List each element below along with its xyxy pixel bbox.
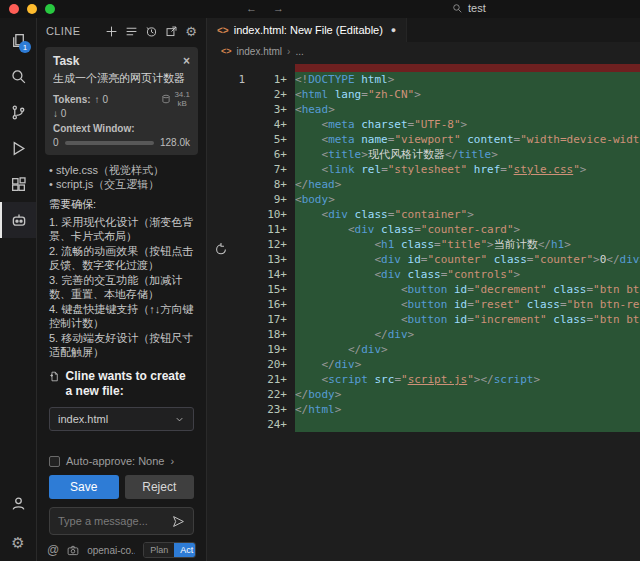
activitybar-run-debug[interactable] xyxy=(0,130,36,166)
extensions-icon xyxy=(10,176,27,193)
run-debug-icon xyxy=(10,140,27,157)
tab-index-html[interactable]: <> index.html: New File (Editable) ● xyxy=(207,18,407,42)
code-line: 11+ <div class="counter-card"> xyxy=(207,222,640,237)
code-lines: 11+<!DOCTYPE html>2+<html lang="zh-CN">3… xyxy=(207,72,640,432)
requirement-item: 2. 流畅的动画效果（按钮点击反馈、数字变化过渡） xyxy=(49,244,194,272)
file-select-value: index.html xyxy=(58,413,108,425)
sidebar-header: CLINE ⚙ xyxy=(37,18,206,44)
code-line: 2+<html lang="zh-CN"> xyxy=(207,87,640,102)
tokens-label: Tokens: xyxy=(53,94,91,105)
auto-approve-chevron-icon: › xyxy=(170,455,174,467)
task-card-title: Task xyxy=(53,54,79,68)
code-line: 6+ <title>现代风格计数器</title> xyxy=(207,147,640,162)
tokens-up: ↑ 0 xyxy=(95,94,108,105)
code-line: 11+<!DOCTYPE html> xyxy=(207,72,640,87)
minimize-window-button[interactable] xyxy=(27,4,37,14)
plan-mode-button[interactable]: Plan xyxy=(144,543,174,557)
breadcrumb-file[interactable]: index.html xyxy=(237,46,283,57)
window-title-text: test xyxy=(468,2,486,14)
breadcrumb-separator: › xyxy=(287,46,290,57)
code-line: 16+ <button id="reset" class="btn btn-re… xyxy=(207,297,640,312)
sidebar-title: CLINE xyxy=(46,25,80,37)
breadcrumb-symbol[interactable]: ... xyxy=(295,46,303,57)
auto-approve-label: Auto-approve: None xyxy=(66,455,164,467)
code-line: 3+<head> xyxy=(207,102,640,117)
search-icon xyxy=(452,3,463,14)
code-line: 21+ <script src="script.js"></script> xyxy=(207,372,640,387)
cache-value: 34.1 xyxy=(174,90,190,99)
context-used: 0 xyxy=(53,137,59,148)
open-in-editor-icon[interactable] xyxy=(165,25,178,38)
activitybar-cline[interactable] xyxy=(0,202,36,238)
requirement-item: 3. 完善的交互功能（加减计数、重置、本地存储） xyxy=(49,273,194,301)
close-window-button[interactable] xyxy=(9,4,19,14)
code-line: 13+ <div id="counter" class="counter">0<… xyxy=(207,252,640,267)
new-file-icon xyxy=(49,369,60,384)
history-icon[interactable] xyxy=(145,25,158,38)
code-line: 15+ <button id="decrement" class="btn bt… xyxy=(207,282,640,297)
save-button[interactable]: Save xyxy=(49,475,119,499)
code-line: 14+ <div class="controls"> xyxy=(207,267,640,282)
vscode-window: ← → test 1 xyxy=(0,0,640,561)
activitybar-extensions[interactable] xyxy=(0,166,36,202)
diff-removed-strip xyxy=(295,64,640,72)
account-icon xyxy=(10,495,27,512)
auto-approve-checkbox[interactable] xyxy=(49,456,60,467)
code-line: 8+</head> xyxy=(207,177,640,192)
code-line: 20+ </div> xyxy=(207,357,640,372)
cline-robot-icon xyxy=(10,211,28,229)
html-file-icon: <> xyxy=(217,25,229,36)
maximize-window-button[interactable] xyxy=(45,4,55,14)
code-line: 7+ <link rel="stylesheet" href="style.cs… xyxy=(207,162,640,177)
code-line: 19+ </div> xyxy=(207,342,640,357)
git-branch-icon xyxy=(10,104,27,121)
settings-gear-icon[interactable]: ⚙ xyxy=(185,24,197,39)
cache-block: 34.1kB xyxy=(161,90,190,108)
workbench: 1 ⚙ xyxy=(0,18,640,561)
code-line: 23+</html> xyxy=(207,402,640,417)
mention-icon[interactable]: @ xyxy=(47,543,59,557)
requirement-item: 1. 采用现代化设计（渐变色背景、卡片式布局） xyxy=(49,215,194,243)
nav-back-icon[interactable]: ← xyxy=(246,2,257,14)
plan-act-toggle: Plan Act xyxy=(143,542,196,558)
context-window-label: Context Window: xyxy=(53,123,190,134)
code-line: 24+ xyxy=(207,417,640,432)
activitybar-search[interactable] xyxy=(0,58,36,94)
history-nav: ← → xyxy=(246,2,284,14)
camera-icon[interactable] xyxy=(67,544,79,557)
activity-bar: 1 ⚙ xyxy=(0,18,37,561)
explorer-badge: 1 xyxy=(19,41,31,53)
requirement-item: 5. 移动端友好设计（按钮尺寸适配触屏） xyxy=(49,331,194,359)
reject-button[interactable]: Reject xyxy=(125,475,195,499)
tab-label: index.html: New File (Editable) xyxy=(234,24,383,36)
context-max: 128.0k xyxy=(160,137,190,148)
act-mode-button[interactable]: Act xyxy=(174,543,196,557)
task-list-icon[interactable] xyxy=(125,25,138,38)
model-selector[interactable]: openai-co... xyxy=(87,545,135,556)
bullet-list: • style.css（视觉样式）• script.js（交互逻辑） xyxy=(37,161,206,191)
nav-forward-icon[interactable]: → xyxy=(273,2,284,14)
activitybar-explorer[interactable]: 1 xyxy=(0,22,36,58)
send-icon[interactable] xyxy=(172,515,185,528)
revert-changes-icon[interactable] xyxy=(214,242,228,256)
breadcrumb: <> index.html › ... xyxy=(207,42,640,60)
chat-input[interactable]: Type a message... xyxy=(49,507,194,535)
gear-icon: ⚙ xyxy=(11,534,24,552)
activitybar-settings[interactable]: ⚙ xyxy=(0,525,36,561)
close-task-icon[interactable]: × xyxy=(183,54,190,68)
activitybar-account[interactable] xyxy=(0,485,36,521)
code-line: 5+ <meta name="viewport" content="width=… xyxy=(207,132,640,147)
diff-editor[interactable]: 11+<!DOCTYPE html>2+<html lang="zh-CN">3… xyxy=(207,60,640,561)
task-card: Task × 生成一个漂亮的网页计数器 Tokens: ↑ 0 34.1kB ↓ xyxy=(45,47,198,155)
activitybar-source-control[interactable] xyxy=(0,94,36,130)
code-line: 10+ <div class="container"> xyxy=(207,207,640,222)
auto-approve-row[interactable]: Auto-approve: None › xyxy=(37,455,206,467)
file-select-dropdown[interactable]: index.html xyxy=(49,407,194,431)
modified-dot-icon[interactable]: ● xyxy=(391,25,396,35)
editor-group: <> index.html: New File (Editable) ● <> … xyxy=(207,18,640,561)
requirements-list: 1. 采用现代化设计（渐变色背景、卡片式布局）2. 流畅的动画效果（按钮点击反馈… xyxy=(37,212,206,359)
html-file-icon: <> xyxy=(221,46,232,56)
search-icon xyxy=(10,68,27,85)
chevron-down-icon xyxy=(174,414,185,425)
new-task-plus-icon[interactable] xyxy=(105,25,118,38)
